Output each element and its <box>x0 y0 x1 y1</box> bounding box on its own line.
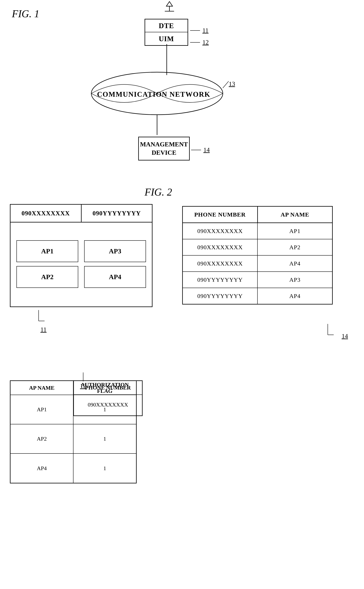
mgmt-col2-header: AP NAME <box>258 207 332 223</box>
dte-col1-header: 090XXXXXXXX <box>11 205 82 222</box>
mgmt-row-4: 090YYYYYYYY AP4 <box>183 288 332 304</box>
mgmt-cell-0-0: 090XXXXXXXX <box>183 223 258 239</box>
device-box: DTE UIM <box>145 19 188 46</box>
label-11-fig2: 11 <box>31 310 46 333</box>
ap2-box: AP2 <box>16 266 78 288</box>
dte-col2-header: 090YYYYYYYY <box>82 205 152 222</box>
mgmt-cell-1-1: AP2 <box>258 239 332 255</box>
dte-header-row: 090XXXXXXXX 090YYYYYYYY <box>11 205 152 223</box>
uim-cell-0-0: AP1 <box>11 395 73 424</box>
ap1-box: AP1 <box>16 240 78 262</box>
ap3-box: AP3 <box>84 240 146 262</box>
ap4-box: AP4 <box>84 266 146 288</box>
mgmt-box: MANAGEMENTDEVICE <box>138 137 190 160</box>
dte-ap-col1: AP1 AP2 <box>16 229 78 300</box>
phone-header: PHONE NUMBER <box>74 381 142 395</box>
fig1-label: FIG. 1 <box>12 8 39 20</box>
ref-12-fig1: 12 <box>190 39 209 46</box>
dte-ap-row: AP1 AP2 AP3 AP4 <box>11 223 152 306</box>
page: FIG. 1 DTE UIM 11 12 COMMUNICATION NETWO… <box>0 0 364 589</box>
svg-marker-0 <box>166 2 173 6</box>
ref-14-fig1: 14 <box>191 146 210 154</box>
uim-row-2: AP4 1 <box>11 453 136 483</box>
mgmt-cell-3-1: AP3 <box>258 272 332 288</box>
mgmt-cell-3-0: 090YYYYYYYY <box>183 272 258 288</box>
uim-cell-1-0: AP2 <box>11 424 73 453</box>
ref-13: 13 <box>229 80 235 88</box>
mgmt-label: MANAGEMENTDEVICE <box>140 140 188 157</box>
dte-row: DTE <box>145 20 188 32</box>
phone-value: 090XXXXXXXX <box>74 395 142 415</box>
uim-cell-2-1: 1 <box>73 453 136 483</box>
mgmt-row-2: 090XXXXXXXX AP4 <box>183 255 332 272</box>
mgmt-col1-header: PHONE NUMBER <box>183 207 258 223</box>
dte-outer-box: 090XXXXXXXX 090YYYYYYYY AP1 AP2 AP3 AP4 <box>10 204 152 307</box>
uim-row-1: AP2 1 <box>11 424 136 453</box>
mgmt-cell-4-0: 090YYYYYYYY <box>183 288 258 304</box>
uim-cell-2-0: AP4 <box>11 453 73 483</box>
mgmt-row-3: 090YYYYYYYY AP3 <box>183 272 332 288</box>
network-label: COMMUNICATION NETWORK <box>97 90 210 98</box>
mgmt-row-1: 090XXXXXXXX AP2 <box>183 239 332 255</box>
fig2-label: FIG. 2 <box>145 186 172 198</box>
mgmt-cell-1-0: 090XXXXXXXX <box>183 239 258 255</box>
mgmt-cell-4-1: AP4 <box>258 288 332 304</box>
mgmt-table-box: PHONE NUMBER AP NAME 090XXXXXXXX AP1 090… <box>182 206 333 305</box>
phone-outer-box: PHONE NUMBER 090XXXXXXXX <box>73 380 143 416</box>
dte-ap-col2: AP3 AP4 <box>84 229 146 300</box>
svg-line-5 <box>223 81 228 88</box>
label-14-fig2: 14 <box>326 324 348 340</box>
uim-apname-header: AP NAME <box>11 381 73 395</box>
mgmt-cell-2-1: AP4 <box>258 255 332 271</box>
mgmt-table-header: PHONE NUMBER AP NAME <box>183 207 332 223</box>
ref-11-fig1: 11 <box>190 27 208 34</box>
mgmt-cell-2-0: 090XXXXXXXX <box>183 255 258 271</box>
uim-row: UIM <box>145 32 188 45</box>
uim-cell-1-1: 1 <box>73 424 136 453</box>
mgmt-cell-0-1: AP1 <box>258 223 332 239</box>
mgmt-row-0: 090XXXXXXXX AP1 <box>183 223 332 239</box>
